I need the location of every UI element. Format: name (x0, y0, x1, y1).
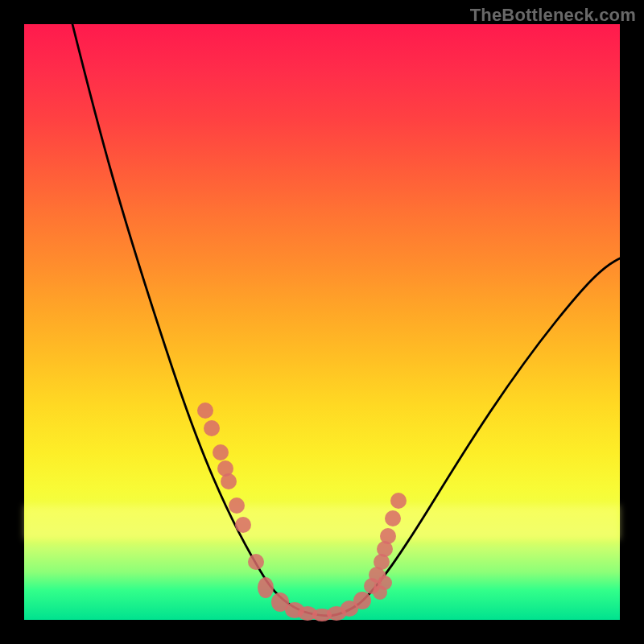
bottleneck-curve (72, 24, 621, 616)
data-dot (248, 554, 264, 570)
data-dot (213, 444, 229, 460)
data-dot (385, 510, 401, 526)
data-dot (221, 473, 237, 489)
data-dot (197, 402, 213, 419)
data-dot (258, 577, 274, 598)
chart-container: TheBottleneck.com (0, 0, 644, 644)
plot-area (24, 24, 620, 620)
data-dot (353, 592, 371, 609)
data-dot (229, 497, 245, 514)
data-dot (235, 517, 251, 533)
data-dot (204, 420, 220, 436)
data-dot (390, 493, 407, 509)
curve-svg (24, 24, 620, 620)
attribution-text: TheBottleneck.com (470, 5, 636, 26)
data-dot (380, 528, 396, 544)
